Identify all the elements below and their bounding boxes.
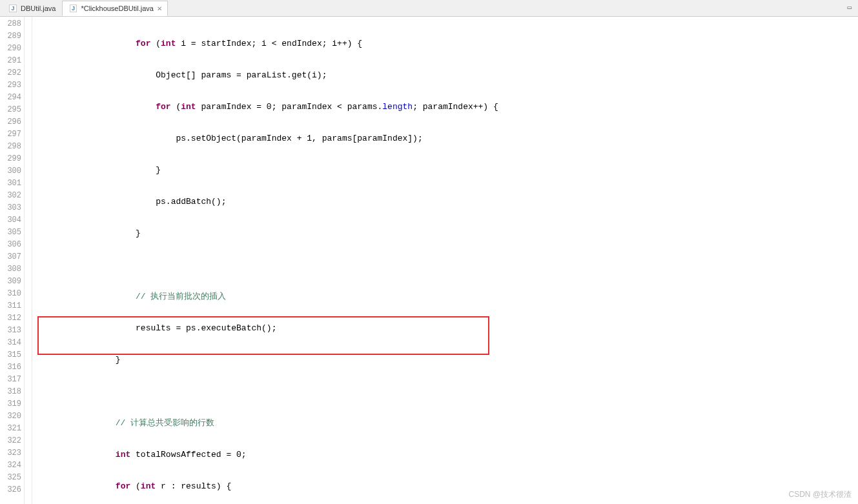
code-line: int totalRowsAffected = 0; (35, 449, 858, 461)
line-number: 306 (0, 239, 21, 251)
code-area[interactable]: for (int i = startIndex; i < endIndex; i… (32, 17, 858, 504)
line-number: 289 (0, 30, 21, 43)
line-number: 313 (0, 325, 21, 337)
code-line: for (int i = startIndex; i < endIndex; i… (35, 37, 858, 50)
code-line (35, 259, 858, 271)
code-line: } (35, 227, 858, 239)
java-file-icon (8, 3, 18, 14)
line-number: 311 (0, 300, 21, 312)
line-number: 299 (0, 153, 21, 165)
line-number-gutter: 2882892902912922932942952962972982993003… (0, 17, 25, 504)
tab-label: DBUtil.java (21, 5, 56, 12)
code-line: for (int r : results) { (35, 480, 858, 492)
watermark: CSDN @技术很渣 (788, 489, 852, 500)
line-number: 304 (0, 214, 21, 227)
line-number: 308 (0, 263, 21, 276)
code-line: } (35, 354, 858, 366)
line-number: 316 (0, 361, 21, 374)
line-number: 321 (0, 423, 21, 435)
line-number: 312 (0, 312, 21, 325)
line-number: 295 (0, 104, 21, 116)
tab-dbutil[interactable]: DBUtil.java (3, 1, 61, 15)
code-line: // 执行当前批次的插入 (35, 290, 858, 303)
tab-label: *ClickhouseDBUtil.java (81, 5, 154, 12)
line-number: 323 (0, 447, 21, 459)
line-number: 324 (0, 459, 21, 472)
code-line: } (35, 164, 858, 176)
code-line: results = ps.executeBatch(); (35, 322, 858, 334)
code-line: for (int paramIndex = 0; paramIndex < pa… (35, 101, 858, 113)
line-number: 326 (0, 484, 21, 496)
line-number: 301 (0, 177, 21, 190)
line-number: 291 (0, 55, 21, 67)
line-number: 293 (0, 79, 21, 92)
line-number: 303 (0, 202, 21, 214)
line-number: 314 (0, 337, 21, 349)
java-file-icon (68, 3, 78, 14)
code-line: Object[] params = paraList.get(i); (35, 69, 858, 81)
line-number: 310 (0, 288, 21, 300)
line-number: 300 (0, 165, 21, 177)
line-number: 315 (0, 349, 21, 361)
folding-gutter (25, 17, 32, 504)
code-line: // 计算总共受影响的行数 (35, 417, 858, 429)
line-number: 322 (0, 435, 21, 447)
close-icon[interactable]: ✕ (157, 5, 162, 12)
line-number: 319 (0, 398, 21, 410)
code-line (35, 385, 858, 398)
code-editor[interactable]: 2882892902912922932942952962972982993003… (0, 17, 858, 504)
line-number: 309 (0, 276, 21, 288)
tab-clickhousedbutil[interactable]: *ClickhouseDBUtil.java ✕ (62, 1, 168, 16)
editor-tabs: DBUtil.java *ClickhouseDBUtil.java ✕ ▭ (0, 0, 858, 17)
code-line: ps.addBatch(); (35, 196, 858, 208)
line-number: 297 (0, 128, 21, 141)
line-number: 302 (0, 190, 21, 202)
line-number: 290 (0, 43, 21, 55)
code-line: ps.setObject(paramIndex + 1, params[para… (35, 132, 858, 145)
line-number: 288 (0, 18, 21, 30)
line-number: 298 (0, 141, 21, 153)
line-number: 320 (0, 410, 21, 423)
line-number: 305 (0, 227, 21, 239)
line-number: 325 (0, 472, 21, 484)
line-number: 307 (0, 251, 21, 263)
line-number: 292 (0, 67, 21, 79)
line-number: 318 (0, 386, 21, 398)
line-number: 294 (0, 92, 21, 104)
line-number: 296 (0, 116, 21, 128)
line-number: 317 (0, 374, 21, 386)
minimize-icon[interactable]: ▭ (847, 3, 852, 12)
